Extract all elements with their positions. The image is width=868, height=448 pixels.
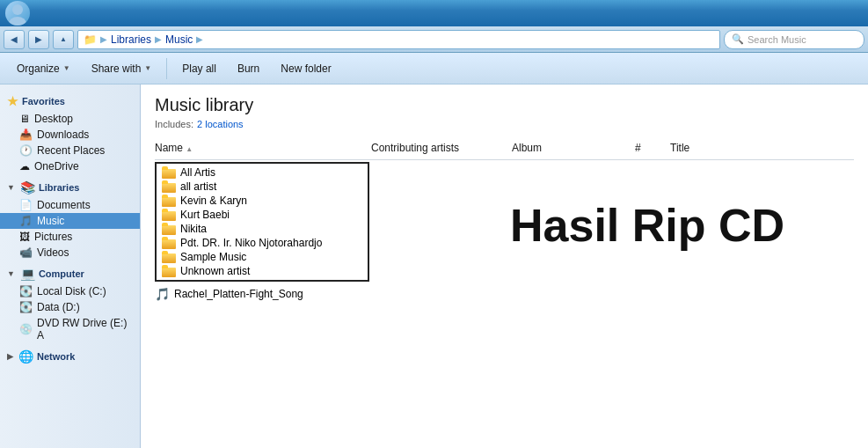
expand-arrow-comp: ▼ [7, 269, 15, 278]
organize-label: Organize [17, 62, 60, 75]
pictures-label: Pictures [34, 231, 72, 243]
folder-name: Unknown artist [180, 265, 250, 277]
share-arrow: ▼ [144, 64, 151, 72]
folder-item[interactable]: Kurt Baebi [157, 208, 368, 222]
breadcrumb-sep1: ▶ [100, 34, 107, 44]
folder-item[interactable]: Sample Music [157, 250, 368, 264]
dvd-icon: 💿 [19, 323, 33, 335]
desktop-icon: 🖥 [19, 113, 30, 125]
recent-label: Recent Places [37, 144, 105, 157]
videos-icon: 📹 [19, 246, 33, 259]
organize-arrow: ▼ [63, 64, 70, 72]
folder-icon [162, 195, 176, 207]
col-album-label: Album [512, 142, 542, 154]
breadcrumb-bar[interactable]: 📁 ▶ Libraries ▶ Music ▶ [77, 30, 720, 49]
sidebar-item-dvd[interactable]: 💿 DVD RW Drive (E:) A [0, 315, 140, 343]
sidebar-item-recent[interactable]: 🕐 Recent Places [0, 143, 140, 158]
pictures-icon: 🖼 [19, 231, 30, 243]
breadcrumb-libraries[interactable]: Libraries [111, 33, 151, 46]
sidebar-item-onedrive[interactable]: ☁ OneDrive [0, 158, 140, 174]
library-title: Music library [155, 95, 854, 115]
col-header-title[interactable]: Title [665, 140, 806, 156]
folder-icon [162, 166, 176, 179]
file-item[interactable]: 🎵 Rachel_Platten-Fight_Song [155, 285, 854, 303]
sidebar-item-localc[interactable]: 💽 Local Disk (C:) [0, 283, 140, 299]
sidebar-item-downloads[interactable]: 📥 Downloads [0, 127, 140, 143]
bordered-folders: All Artis all artist Kevin & Karyn Kurt … [155, 162, 369, 282]
onedrive-icon: ☁ [19, 160, 30, 173]
organize-button[interactable]: Organize ▼ [7, 56, 80, 81]
music-icon: 🎵 [19, 215, 33, 227]
svg-point-0 [12, 4, 23, 15]
videos-label: Videos [37, 246, 69, 259]
expand-arrow-net: ▶ [7, 352, 13, 361]
up-button[interactable]: ▲ [53, 30, 74, 49]
file-label: Rachel_Platten-Fight_Song [174, 288, 303, 300]
folder-name: Sample Music [180, 251, 246, 263]
sidebar-item-desktop[interactable]: 🖥 Desktop [0, 111, 140, 127]
subtitle-includes: Includes: [155, 119, 193, 129]
forward-button[interactable]: ▶ [28, 30, 49, 49]
locations-link[interactable]: 2 locations [197, 119, 244, 129]
search-box[interactable]: 🔍 Search Music [724, 30, 864, 49]
col-header-name[interactable]: Name ▲ [155, 140, 366, 156]
column-headers: Name ▲ Contributing artists Album # Titl… [155, 140, 854, 160]
burn-label: Burn [237, 62, 259, 75]
breadcrumb-sep3: ▶ [196, 34, 203, 44]
folder-name: All Artis [180, 166, 215, 179]
network-header[interactable]: ▶ 🌐 Network [0, 347, 140, 366]
folder-icon [162, 180, 176, 193]
folder-item[interactable]: all artist [157, 180, 368, 194]
favorites-header[interactable]: ★ Favorites [0, 92, 140, 111]
file-name: 🎵 Rachel_Platten-Fight_Song [155, 287, 366, 301]
sidebar-item-documents[interactable]: 📄 Documents [0, 197, 140, 213]
col-header-album[interactable]: Album [507, 140, 630, 156]
sidebar-item-videos[interactable]: 📹 Videos [0, 245, 140, 261]
back-button[interactable]: ◀ [4, 30, 25, 49]
play-label: Play all [182, 62, 216, 75]
breadcrumb-music[interactable]: Music [165, 33, 193, 46]
folder-name: Kurt Baebi [180, 209, 230, 221]
big-text: Hasil Rip CD [510, 199, 784, 252]
sidebar-item-music[interactable]: 🎵 Music [0, 213, 140, 229]
sort-arrow: ▲ [186, 145, 193, 153]
share-button[interactable]: Share with ▼ [82, 56, 162, 81]
computer-header[interactable]: ▼ 💻 Computer [0, 264, 140, 283]
search-placeholder: Search Music [748, 34, 806, 45]
main-layout: ★ Favorites 🖥 Desktop 📥 Downloads 🕐 Rece… [0, 84, 868, 448]
sidebar-item-datad[interactable]: 💽 Data (D:) [0, 299, 140, 315]
expand-arrow: ▼ [7, 183, 15, 192]
computer-label: Computer [39, 268, 84, 279]
libraries-label: Libraries [39, 182, 79, 193]
network-icon: 🌐 [18, 349, 33, 364]
folder-icon [162, 223, 176, 235]
favorites-section: ★ Favorites 🖥 Desktop 📥 Downloads 🕐 Rece… [0, 92, 140, 174]
computer-section: ▼ 💻 Computer 💽 Local Disk (C:) 💽 Data (D… [0, 264, 140, 343]
newfolder-label: New folder [281, 62, 331, 75]
lib-icon: 📚 [20, 180, 35, 195]
datad-label: Data (D:) [37, 301, 80, 313]
search-icon: 🔍 [732, 33, 744, 45]
folder-icon [162, 237, 176, 249]
play-button[interactable]: Play all [172, 56, 226, 81]
music-label: Music [37, 215, 64, 227]
onedrive-label: OneDrive [34, 160, 79, 173]
col-header-artists[interactable]: Contributing artists [366, 140, 507, 156]
folder-item[interactable]: All Artis [157, 165, 368, 180]
file-list: 🎵 Rachel_Platten-Fight_Song [155, 285, 854, 303]
col-artists-label: Contributing artists [371, 142, 459, 154]
folder-item[interactable]: Pdt. DR. Ir. Niko Njotorahardjo [157, 236, 368, 250]
burn-button[interactable]: Burn [228, 56, 269, 81]
folder-name: Nikita [180, 223, 207, 235]
col-header-num[interactable]: # [630, 140, 665, 156]
sidebar-item-pictures[interactable]: 🖼 Pictures [0, 229, 140, 245]
folder-item[interactable]: Unknown artist [157, 264, 368, 278]
newfolder-button[interactable]: New folder [271, 56, 340, 81]
music-file-icon: 🎵 [155, 287, 170, 301]
folder-item[interactable]: Kevin & Karyn [157, 194, 368, 208]
share-label: Share with [91, 62, 142, 75]
recent-icon: 🕐 [19, 144, 33, 157]
folder-item[interactable]: Nikita [157, 222, 368, 236]
libraries-header[interactable]: ▼ 📚 Libraries [0, 178, 140, 197]
favorites-label: Favorites [22, 96, 65, 106]
